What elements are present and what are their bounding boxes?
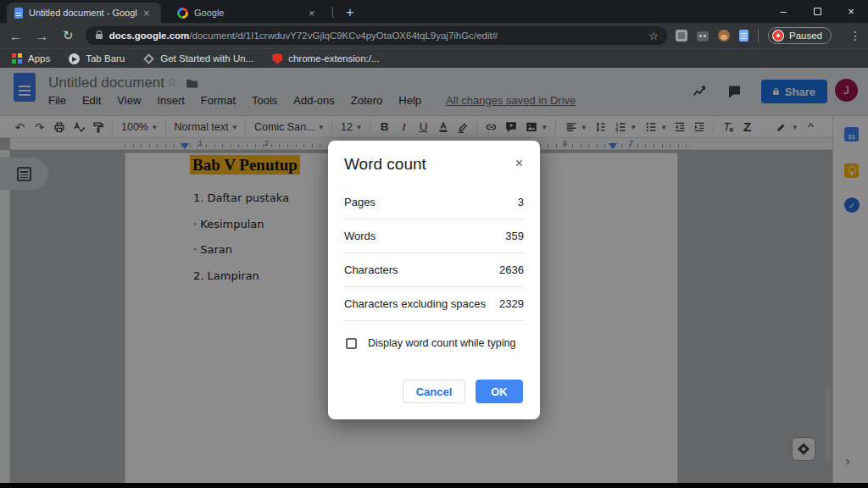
apps-grid-icon [12, 53, 22, 64]
tab-close-icon[interactable]: × [143, 7, 150, 19]
display-word-count-option: Display word count while typing [346, 337, 524, 349]
ok-button[interactable]: OK [476, 380, 523, 403]
bookmark-tab-baru[interactable]: Tab Baru [69, 53, 125, 64]
cancel-button[interactable]: Cancel [403, 380, 465, 403]
stat-row-pages: Pages 3 [344, 186, 524, 219]
bookmark-label: Get Started with Un... [160, 53, 253, 64]
bookmark-star-icon[interactable]: ☆ [648, 30, 659, 42]
checkbox-label: Display word count while typing [368, 337, 515, 349]
word-count-stats: Pages 3 Words 359 Characters 2636 Charac… [344, 186, 524, 321]
browser-navbar: ← → ↻ docs.google.com /document/d/1I1crw… [0, 23, 868, 48]
dialog-close-icon[interactable]: × [514, 155, 525, 172]
document-extension-icon[interactable] [739, 30, 748, 42]
stat-row-words: Words 359 [344, 219, 524, 253]
tab-title: Google [194, 8, 303, 18]
window-restore-button[interactable] [800, 0, 834, 23]
diamond-icon [143, 53, 154, 64]
tab-close-icon[interactable]: × [309, 7, 315, 19]
bookmark-label: chrome-extension:/... [288, 53, 379, 64]
robot-extension-icon[interactable] [697, 31, 709, 42]
browser-titlebar: Untitled document - Google Doc × Google … [0, 0, 868, 23]
bookmarks-bar: Apps Tab Baru Get Started with Un... chr… [0, 48, 868, 68]
bookmark-apps[interactable]: Apps [12, 53, 50, 64]
monkey-extension-icon[interactable] [718, 30, 730, 42]
paused-label: Paused [789, 30, 822, 41]
url-path: /document/d/1I1crwduvY72vGjlqC9KCv4pyOta… [189, 30, 643, 41]
new-tab-button[interactable]: + [341, 3, 359, 22]
shield-icon [272, 53, 282, 64]
globe-icon [69, 53, 80, 64]
bookmark-chrome-extension[interactable]: chrome-extension:/... [272, 53, 379, 64]
stat-label: Pages [344, 196, 376, 208]
stat-value: 2329 [499, 297, 524, 310]
divider [758, 29, 759, 42]
stat-value: 2636 [499, 263, 524, 276]
extension-icon[interactable] [676, 30, 687, 42]
window-close-button[interactable]: × [834, 0, 868, 23]
window-minimize-button[interactable]: – [766, 0, 800, 23]
address-bar[interactable]: docs.google.com /document/d/1I1crwduvY72… [86, 26, 667, 45]
url-domain: docs.google.com [109, 30, 190, 41]
dialog-header: Word count × [328, 141, 540, 174]
browser-window: Untitled document - Google Doc × Google … [0, 0, 868, 488]
paused-extension-button[interactable]: Paused [768, 27, 832, 44]
browser-menu-icon[interactable]: ⋮ [849, 29, 861, 42]
tab-title: Untitled document - Google Doc [29, 8, 137, 18]
bookmark-get-started[interactable]: Get Started with Un... [143, 53, 253, 64]
google-favicon [177, 8, 188, 19]
stat-label: Words [344, 230, 376, 242]
reload-button[interactable]: ↻ [58, 25, 79, 47]
bookmark-label: Apps [28, 53, 50, 64]
stat-label: Characters excluding spaces [344, 297, 486, 310]
stat-row-characters-excluding-spaces: Characters excluding spaces 2329 [344, 287, 524, 321]
tab-untitled-document[interactable]: Untitled document - Google Doc × [7, 3, 161, 23]
tab-google[interactable]: Google × [170, 3, 324, 23]
https-lock-icon[interactable] [96, 34, 103, 39]
bookmark-label: Tab Baru [86, 53, 125, 64]
stat-label: Characters [344, 263, 398, 276]
stat-row-characters: Characters 2636 [344, 253, 524, 287]
dialog-title: Word count [344, 155, 426, 174]
back-button[interactable]: ← [5, 25, 26, 47]
dialog-actions: Cancel OK [328, 380, 523, 403]
google-docs-page: Untitled document ☆ File Edit View Inser… [0, 68, 868, 488]
stat-value: 359 [505, 230, 524, 242]
forward-button[interactable]: → [31, 25, 53, 47]
word-count-dialog: Word count × Pages 3 Words 359 Character… [328, 141, 540, 419]
stat-value: 3 [518, 196, 524, 208]
google-docs-favicon [14, 8, 23, 19]
display-word-count-checkbox[interactable] [346, 338, 357, 349]
extensions-bar: Paused ⋮ [676, 27, 868, 44]
recorder-icon [772, 30, 784, 42]
tab-divider [332, 7, 333, 18]
restore-icon [814, 8, 821, 15]
